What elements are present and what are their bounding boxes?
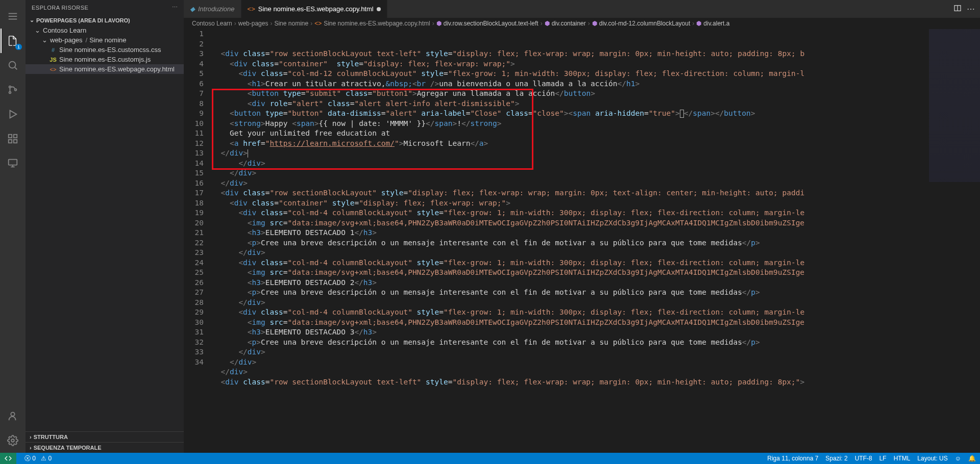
svg-point-7 [15, 89, 17, 91]
js-file-icon: JS [49, 57, 57, 63]
html-file-icon: <> [248, 5, 255, 13]
tab-introduzione[interactable]: ◆Introduzione [184, 0, 241, 18]
dirty-indicator-icon [377, 7, 381, 11]
breadcrumbs[interactable]: Contoso Learn› web-pages› Sine nomine› <… [184, 18, 980, 29]
language-mode[interactable]: HTML [894, 455, 911, 462]
code-content[interactable]: <div class="row sectionBlockLayout text-… [212, 29, 980, 453]
svg-rect-11 [9, 140, 12, 143]
sidebar-title: ESPLORA RISORSE [32, 5, 88, 11]
line-gutter: 1234567891011121314151617181920212223242… [184, 29, 212, 453]
svg-point-16 [11, 413, 14, 416]
status-bar: ⓧ 0 ⚠ 0 Riga 11, colonna 7 Spazi: 2 UTF-… [0, 453, 980, 464]
svg-rect-10 [14, 135, 17, 138]
tree-folder-webpages[interactable]: ⌄web-pages/Sine nomine [26, 35, 184, 45]
symbol-icon: ⬢ [592, 20, 597, 27]
editor-area: ◆Introduzione <>Sine nomine.es-ES.webpag… [184, 0, 980, 453]
symbol-icon: ⬢ [436, 20, 442, 27]
svg-rect-9 [9, 135, 12, 138]
svg-rect-13 [9, 160, 17, 165]
tree-file-js[interactable]: JSSine nomine.es-ES.customjs.js [26, 55, 184, 64]
remote-indicator-icon[interactable] [0, 453, 16, 464]
workspace-section[interactable]: ⌄POWERPAGES (AREA DI LAVORO) [26, 15, 184, 25]
svg-point-5 [9, 86, 11, 88]
badge: 1 [15, 44, 22, 50]
editor-tabs: ◆Introduzione <>Sine nomine.es-ES.webpag… [184, 0, 980, 18]
minimap[interactable] [929, 29, 980, 182]
accounts-icon[interactable] [1, 404, 25, 428]
menu-icon[interactable] [1, 4, 25, 29]
symbol-icon: ⬢ [545, 20, 550, 27]
svg-rect-12 [14, 140, 17, 143]
code-editor[interactable]: 1234567891011121314151617181920212223242… [184, 29, 980, 453]
symbol-icon: ⬢ [696, 20, 701, 27]
file-tree: ⌄Contoso Learn ⌄web-pages/Sine nomine #S… [26, 25, 184, 431]
indentation[interactable]: Spazi: 2 [825, 455, 847, 462]
svg-marker-8 [10, 111, 17, 118]
extensions-icon[interactable] [1, 126, 25, 151]
more-icon[interactable]: ⋯ [172, 4, 178, 11]
cursor-position[interactable]: Riga 11, colonna 7 [767, 455, 818, 462]
outline-section[interactable]: ›STRUTTURA [26, 431, 184, 442]
css-file-icon: # [49, 47, 57, 53]
sidebar: ESPLORA RISORSE ⋯ ⌄POWERPAGES (AREA DI L… [26, 0, 184, 453]
eol[interactable]: LF [879, 455, 887, 462]
timeline-section[interactable]: ›SEQUENZA TEMPORALE [26, 442, 184, 453]
svg-line-4 [15, 67, 17, 69]
notifications-icon[interactable]: 🔔 [968, 455, 976, 462]
tree-folder-root[interactable]: ⌄Contoso Learn [26, 25, 184, 35]
html-file-icon: <> [49, 66, 57, 72]
tree-file-css[interactable]: #Sine nomine.es-ES.customcss.css [26, 45, 184, 55]
layout[interactable]: Layout: US [917, 455, 947, 462]
search-icon[interactable] [1, 53, 25, 78]
explorer-icon[interactable]: 1 [1, 29, 25, 53]
more-actions-icon[interactable]: ⋯ [967, 4, 975, 14]
split-editor-icon[interactable] [953, 4, 962, 14]
svg-point-3 [9, 62, 16, 68]
tree-file-html[interactable]: <>Sine nomine.es-ES.webpage.copy.html [26, 64, 184, 74]
encoding[interactable]: UTF-8 [855, 455, 872, 462]
remote-explorer-icon[interactable] [1, 151, 25, 175]
svg-point-17 [11, 439, 14, 442]
vscode-icon: ◆ [190, 5, 195, 13]
run-debug-icon[interactable] [1, 102, 25, 126]
html-file-icon: <> [314, 20, 322, 27]
svg-point-6 [9, 92, 11, 94]
source-control-icon[interactable] [1, 78, 25, 102]
activity-bar: 1 [0, 0, 26, 453]
errors-icon[interactable]: ⓧ 0 [24, 454, 36, 463]
feedback-icon[interactable]: ☺ [955, 455, 961, 462]
tab-webpage[interactable]: <>Sine nomine.es-ES.webpage.copy.html [241, 0, 387, 18]
warnings-icon[interactable]: ⚠ 0 [41, 455, 52, 462]
settings-gear-icon[interactable] [1, 428, 25, 453]
